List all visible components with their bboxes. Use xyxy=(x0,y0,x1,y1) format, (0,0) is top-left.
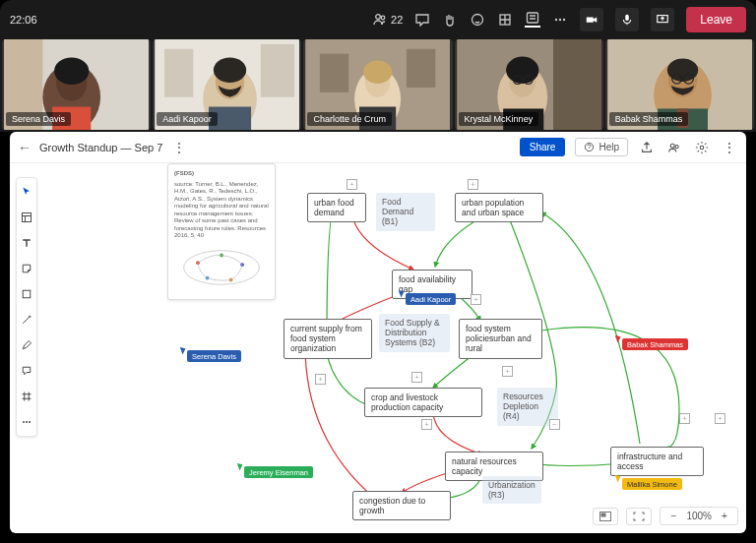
svg-point-21 xyxy=(214,58,246,83)
svg-rect-4 xyxy=(528,13,538,23)
node-urban-food[interactable]: urban food demand xyxy=(307,193,366,222)
participant-name: Babak Shammas xyxy=(609,112,689,126)
link-sign: + xyxy=(421,419,432,430)
node-urbanization[interactable]: Urbanization (R3) xyxy=(482,476,541,504)
cursor-serena: Serena Davis xyxy=(192,352,236,361)
leave-button[interactable]: Leave xyxy=(686,7,746,32)
node-current-supply[interactable]: current supply from food system organiza… xyxy=(284,319,372,359)
zoom-in-button[interactable]: + xyxy=(718,511,731,521)
svg-rect-25 xyxy=(407,49,435,88)
node-infra[interactable]: infrastructure and access xyxy=(610,447,704,476)
presence-icon[interactable] xyxy=(665,139,683,156)
share-screen-button[interactable] xyxy=(651,8,674,31)
export-icon[interactable] xyxy=(638,139,656,156)
svg-point-6 xyxy=(559,19,561,21)
svg-point-49 xyxy=(700,146,704,150)
settings-icon[interactable] xyxy=(693,139,711,156)
participant-name: Serena Davis xyxy=(6,112,71,126)
svg-rect-24 xyxy=(320,54,348,92)
svg-point-28 xyxy=(363,61,392,84)
participant-name: Charlotte de Crum xyxy=(307,112,392,126)
svg-rect-17 xyxy=(164,49,193,97)
board-title: Growth Standup — Sep 7 xyxy=(39,142,162,153)
fullscreen-button[interactable] xyxy=(626,508,652,525)
clock-text: 22:06 xyxy=(10,14,37,26)
zoom-level: 100% xyxy=(686,511,712,521)
node-urban-pop[interactable]: urban population and urban space xyxy=(455,193,543,222)
video-tile[interactable]: Aadi Kapoor xyxy=(153,39,301,130)
raise-hand-icon[interactable] xyxy=(442,12,458,28)
link-sign: + xyxy=(502,366,513,377)
reference-card[interactable]: (FSDS) source: Turner, B.L., Menendez, H… xyxy=(167,163,276,300)
node-policies[interactable]: food system policiesurban and rural xyxy=(459,319,542,359)
link-sign: + xyxy=(471,294,481,305)
cursor-jeremy: Jeremy Eisenman xyxy=(249,468,308,477)
meeting-topbar: 22:06 22 Leave xyxy=(0,0,756,39)
participant-name: Krystal McKinney xyxy=(459,112,539,126)
svg-point-5 xyxy=(555,19,557,21)
svg-rect-18 xyxy=(261,44,294,97)
video-strip: Serena Davis Aadi Kapoor Charlotte de Cr… xyxy=(0,39,756,132)
zoom-controls: − 100% + xyxy=(593,507,738,525)
link-sign: + xyxy=(411,372,422,383)
svg-rect-62 xyxy=(601,513,605,516)
link-sign: + xyxy=(346,179,357,190)
more-icon[interactable] xyxy=(552,12,568,28)
cursor-babak: Babak Shammas xyxy=(627,340,683,349)
cursor-mallika: Mallika Simone xyxy=(627,480,677,489)
mic-button[interactable] xyxy=(615,8,639,31)
link-sign: + xyxy=(315,374,326,385)
svg-point-2 xyxy=(472,15,483,26)
chat-icon[interactable] xyxy=(414,12,430,28)
camera-button[interactable] xyxy=(580,8,603,31)
svg-point-48 xyxy=(675,145,678,148)
node-food-demand[interactable]: Food Demand (B1) xyxy=(376,193,435,231)
node-food-supply[interactable]: Food Supply & Distribution Systems (B2) xyxy=(379,314,450,352)
video-tile[interactable]: Serena Davis xyxy=(2,39,151,130)
reactions-icon[interactable] xyxy=(470,12,485,28)
board-more-icon[interactable]: ⋮ xyxy=(721,139,738,156)
board-menu-icon[interactable]: ⋮ xyxy=(170,139,188,156)
people-icon xyxy=(372,12,388,28)
link-sign: − xyxy=(549,419,560,430)
svg-point-1 xyxy=(381,16,385,20)
zoom-out-button[interactable]: − xyxy=(666,511,680,521)
svg-rect-8 xyxy=(626,15,630,21)
svg-rect-31 xyxy=(553,39,601,130)
canvas[interactable]: (FSDS) source: Turner, B.L., Menendez, H… xyxy=(10,163,746,533)
node-crop[interactable]: crop and livestock production capacity xyxy=(364,388,482,417)
svg-point-7 xyxy=(563,19,565,21)
help-button[interactable]: Help xyxy=(575,138,628,156)
link-sign: + xyxy=(715,413,725,424)
video-tile[interactable]: Babak Shammas xyxy=(605,39,754,130)
share-button[interactable]: Share xyxy=(520,138,566,156)
svg-point-47 xyxy=(670,144,674,148)
video-tile[interactable]: Charlotte de Crum xyxy=(303,39,452,130)
svg-point-0 xyxy=(376,15,381,20)
back-icon[interactable]: ← xyxy=(18,140,32,155)
apps-icon[interactable] xyxy=(525,12,540,28)
link-sign: + xyxy=(468,179,478,190)
participant-name: Aadi Kapoor xyxy=(157,112,218,126)
svg-point-14 xyxy=(54,58,89,85)
participants-count[interactable]: 22 xyxy=(372,12,403,28)
video-tile[interactable]: Krystal McKinney xyxy=(455,39,603,130)
cursor-aadi: Aadi Kapoor xyxy=(410,295,451,304)
link-sign: + xyxy=(679,413,690,424)
whiteboard: ← Growth Standup — Sep 7 ⋮ Share Help ⋮ xyxy=(10,132,746,533)
minimap-button[interactable] xyxy=(593,508,618,525)
board-header: ← Growth Standup — Sep 7 ⋮ Share Help ⋮ xyxy=(10,132,746,163)
rooms-icon[interactable] xyxy=(497,12,513,28)
node-congestion[interactable]: congestion due to growth xyxy=(352,491,451,520)
